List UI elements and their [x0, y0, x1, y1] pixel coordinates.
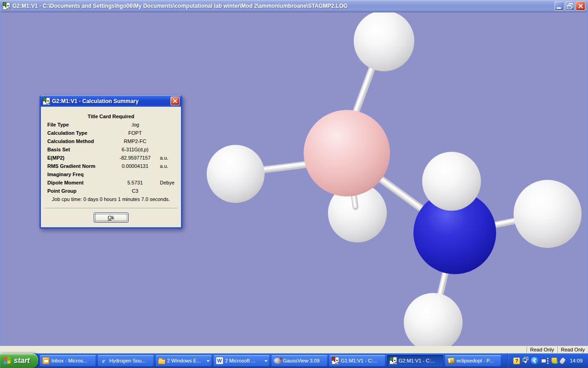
group-dropdown-arrow-icon[interactable] [207, 360, 209, 363]
atom-B[interactable] [304, 110, 390, 196]
summary-row-value: -82.95977157 [112, 154, 158, 162]
summary-row-value [112, 170, 158, 178]
taskbar-button-label: 2 Windows E... [167, 358, 205, 363]
status-readonly-1: Read Only [526, 346, 557, 353]
summary-row-unit [158, 145, 175, 154]
atom-H[interactable] [207, 145, 265, 203]
eclipsedopt-icon [447, 357, 455, 364]
restore-windows-icon [523, 357, 528, 361]
summary-row-value: 5.5731 [112, 178, 158, 187]
summary-row-unit: Debye [158, 178, 175, 187]
summary-row: Basis Set6-311G(d,p) [41, 145, 181, 154]
gaussview-window: G2:M1:V1 - C:\Documents and Settings\hgo… [0, 0, 588, 368]
summary-row: File Type.log [41, 121, 181, 129]
taskbar-button[interactable]: W2 Microsoft ... [214, 355, 270, 367]
summary-row-label: Basis Set [47, 145, 112, 154]
taskbar: start Inbox - Micros...eHydrogen Sou...2… [0, 353, 588, 368]
summary-row: Point GroupC3 [41, 187, 181, 195]
expand-arrow-icon [524, 362, 527, 365]
taskbar-button-label: eclipsedopt - P... [457, 358, 499, 363]
ok-button[interactable]: Ok [94, 213, 129, 223]
summary-row-label: Calculation Method [47, 137, 112, 145]
status-bar: Read Only Read Only [0, 346, 588, 353]
summary-row: Dipole Moment5.5731Debye [41, 178, 181, 187]
summary-row-unit: a.u. [158, 162, 175, 170]
outlook-icon [42, 357, 50, 364]
restore-button[interactable] [565, 1, 575, 11]
summary-row: Imaginary Freq [41, 170, 181, 178]
window-title: G2:M1:V1 - C:\Documents and Settings\hgo… [12, 3, 552, 9]
summary-row-label: E(MP2) [47, 154, 112, 162]
gaussview-doc-icon [43, 98, 50, 105]
taskbar-button[interactable]: eHydrogen Sou... [98, 355, 154, 367]
summary-row-value: FOPT [112, 129, 158, 137]
atom-H[interactable] [422, 152, 481, 211]
folder-icon [158, 359, 165, 364]
dialog-close-icon[interactable] [170, 97, 180, 105]
mouse-icon[interactable] [559, 356, 567, 365]
summary-row: RMS Gradient Norm0.00004131a.u. [41, 162, 181, 170]
atom-H[interactable] [404, 293, 463, 346]
summary-row: Calculation TypeFOPT [41, 129, 181, 137]
summary-row-value: 6-311G(d,p) [112, 145, 158, 154]
close-button[interactable] [576, 1, 585, 11]
hide-icons-chevron-icon[interactable] [531, 357, 538, 364]
system-tray: ? 14:09 [507, 353, 588, 368]
dialog-titlebar: G2:M1:V1 - Calculation Summary [41, 95, 181, 107]
security-shield-icon[interactable] [551, 357, 557, 364]
taskbar-button-label: Hydrogen Sou... [109, 358, 152, 363]
summary-row-unit [158, 170, 175, 178]
summary-row-label: RMS Gradient Norm [47, 162, 112, 170]
taskbar-button[interactable]: G1:M1:V1 - C:... [329, 355, 385, 367]
summary-row-label: Calculation Type [47, 129, 112, 137]
gaussview-doc-red-icon [332, 357, 339, 364]
windows-flag-icon [4, 356, 11, 365]
taskbar-button-label: G1:M1:V1 - C:... [341, 358, 383, 363]
summary-row-value: .log [112, 121, 158, 129]
summary-row-label: Imaginary Freq [47, 170, 112, 178]
clock: 14:09 [570, 358, 582, 363]
gaussview-icon [274, 358, 281, 364]
summary-row: Calculation MethodRMP2-FC [41, 137, 181, 145]
summary-row: E(MP2)-82.95977157a.u. [41, 154, 181, 162]
group-dropdown-arrow-icon[interactable] [265, 360, 267, 363]
task-buttons: Inbox - Micros...eHydrogen Sou...2 Windo… [40, 355, 501, 367]
gaussview-doc-green-icon [390, 357, 397, 364]
taskbar-button-label: Inbox - Micros... [51, 358, 94, 363]
atom-H[interactable] [514, 180, 582, 248]
ie-icon: e [100, 357, 107, 364]
minimize-button[interactable] [554, 1, 564, 11]
window-titlebar: G2:M1:V1 - C:\Documents and Settings\hgo… [0, 0, 588, 12]
summary-rows: File Type.logCalculation TypeFOPTCalcula… [41, 121, 181, 195]
tray-windows-group[interactable] [523, 357, 528, 365]
help-icon[interactable]: ? [513, 357, 520, 364]
cpu-time-line: Job cpu time: 0 days 0 hours 1 minutes 7… [41, 195, 181, 203]
taskbar-button[interactable]: Inbox - Micros... [40, 355, 96, 367]
summary-row-value: C3 [112, 187, 158, 195]
summary-row-value: RMP2-FC [112, 137, 158, 145]
taskbar-button[interactable]: GaussView 3.09 [271, 355, 328, 367]
taskbar-button-label: GaussView 3.09 [283, 358, 325, 363]
network-icon[interactable] [541, 358, 548, 364]
summary-row-unit: a.u. [158, 154, 175, 162]
start-button[interactable]: start [0, 353, 38, 368]
gaussview-doc-icon [3, 2, 10, 10]
taskbar-button[interactable]: 2 Windows E... [156, 355, 212, 367]
summary-row-unit [158, 137, 175, 145]
dialog-body: Title Card Required File Type.logCalcula… [41, 107, 181, 227]
word-icon: W [216, 357, 223, 364]
calculation-summary-dialog: G2:M1:V1 - Calculation Summary Title Car… [40, 95, 182, 229]
start-label: start [14, 356, 30, 365]
summary-row-unit [158, 187, 175, 195]
taskbar-button-label: 2 Microsoft ... [225, 358, 263, 363]
atom-H[interactable] [354, 12, 414, 71]
summary-row-label: File Type [47, 121, 112, 129]
summary-row-unit [158, 121, 175, 129]
dialog-title: G2:M1:V1 - Calculation Summary [52, 98, 169, 104]
taskbar-button[interactable]: eclipsedopt - P... [445, 355, 501, 367]
summary-row-label: Dipole Moment [47, 178, 112, 187]
summary-header: Title Card Required [41, 112, 181, 121]
taskbar-button[interactable]: G2:M1:V1 - C:... [387, 355, 443, 367]
status-readonly-2: Read Only [557, 346, 588, 353]
taskbar-button-label: G2:M1:V1 - C:... [399, 358, 441, 363]
